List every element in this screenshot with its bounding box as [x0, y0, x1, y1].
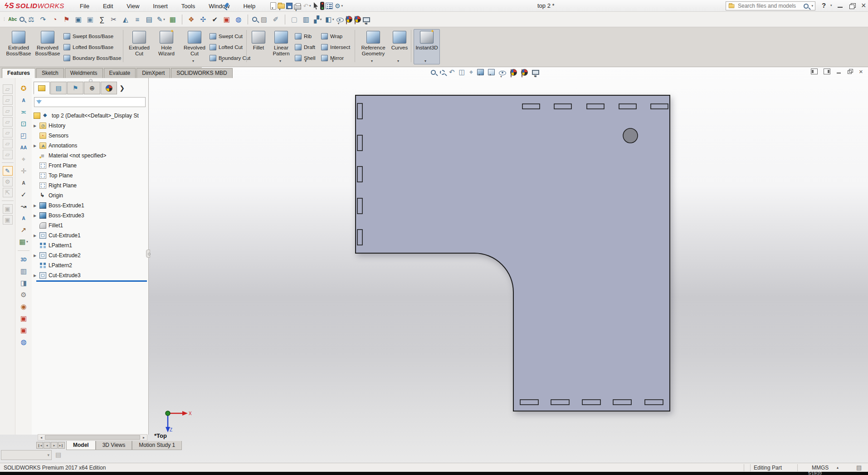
compare-documents-icon[interactable]: ▤ [144, 14, 154, 25]
tree-item-cut-extrude2[interactable]: ▶Cut-Extrude2 [32, 250, 148, 260]
symmetry-check-icon[interactable]: ≡ [132, 14, 142, 25]
dropdown-arrow[interactable] [288, 7, 289, 10]
find-annotation-icon[interactable]: A [18, 178, 29, 188]
rollback-bar[interactable] [36, 280, 147, 282]
select-cursor-icon[interactable] [313, 2, 319, 10]
tree-item-top2[interactable]: top 2 (Default<<Default>_Display St [32, 111, 148, 121]
text-tool-icon[interactable]: A [18, 213, 29, 223]
search-icon[interactable] [804, 4, 809, 9]
menu-view[interactable]: View [127, 3, 139, 10]
expander-icon[interactable]: ▶ [34, 274, 39, 278]
dropdown-arrow[interactable] [523, 73, 525, 76]
balloon-icon[interactable]: ◰ [18, 131, 29, 141]
snapshot-icon[interactable]: ▢ [289, 14, 299, 25]
model-box-icon[interactable]: ◨ [18, 278, 29, 288]
search-input[interactable] [737, 2, 802, 10]
mbd-target-icon[interactable]: ✪ [18, 83, 29, 93]
scroll-right-arrow[interactable]: ▸ [141, 435, 147, 440]
deviation-analysis-icon[interactable]: ✂ [109, 14, 119, 25]
tab-evaluate[interactable]: Evaluate [104, 68, 136, 78]
instant3d-button[interactable]: Instant3D [414, 29, 440, 64]
new-file-icon[interactable] [270, 2, 276, 10]
tab-dimxpert[interactable]: DimXpert [137, 68, 170, 78]
revolved-cut-button[interactable]: Revolved Cut [181, 29, 208, 64]
fillet-button[interactable]: Fillet [249, 29, 268, 64]
tree-item-cut-extrude1[interactable]: ▶Cut-Extrude1 [32, 230, 148, 240]
menu-insert[interactable]: Insert [153, 3, 168, 10]
section-view-icon[interactable]: ◫ [459, 68, 465, 76]
mass-properties-icon[interactable]: ↷ [38, 14, 48, 25]
print-icon[interactable] [294, 5, 301, 10]
tree-item-top-plane[interactable]: Top Plane [32, 171, 148, 181]
tree-item-lpattern2[interactable]: LPattern2 [32, 260, 148, 270]
spline-arrow-icon[interactable]: ↝ [18, 201, 29, 211]
view-thumb-4-icon[interactable]: ▱ [3, 117, 13, 127]
spell-check-icon[interactable]: Abc [8, 14, 18, 25]
boundary-boss-base-button[interactable]: Boundary Boss/Base [63, 54, 121, 63]
draft-button[interactable]: Draft [295, 43, 315, 52]
tree-filter[interactable] [34, 97, 146, 107]
spline-check-icon[interactable]: ✓ [18, 190, 29, 200]
intersect-button[interactable]: Intersect [321, 43, 350, 52]
tree-item-origin[interactable]: Origin [32, 191, 148, 201]
tree-item-boss-extrude3[interactable]: ▶Boss-Extrude3 [32, 211, 148, 220]
pdf-template-icon[interactable]: ▣ [18, 325, 29, 335]
dropdown-arrow[interactable] [163, 18, 165, 21]
annotation-views-icon[interactable]: ⌖ [469, 68, 473, 76]
motion-study-tab[interactable]: Motion Study 1 [132, 441, 182, 450]
extruded-boss-base-button[interactable]: Extruded Boss/Base [5, 29, 33, 64]
equations-icon[interactable]: ∑ [97, 14, 107, 25]
dropdown-arrow[interactable] [26, 240, 28, 244]
displaymanager-tab[interactable] [101, 82, 117, 94]
view-settings-icon[interactable] [532, 70, 539, 75]
status-tag-icon[interactable]: ▤ [856, 464, 862, 471]
tab-solidworks-mbd[interactable]: SOLIDWORKS MBD [171, 68, 232, 78]
auto-dimension-icon[interactable]: ≍ [18, 107, 29, 117]
reference-geometry-button[interactable]: Reference Geometry [358, 29, 388, 64]
expander-icon[interactable]: ▶ [34, 254, 39, 258]
tree-item-cut-extrude3[interactable]: ▶Cut-Extrude3 [32, 270, 148, 280]
menu-file[interactable]: File [80, 3, 89, 10]
geometry-analysis-icon[interactable]: ▣ [85, 14, 95, 25]
filter-input[interactable] [44, 98, 143, 106]
zoom-tool-icon[interactable] [252, 17, 257, 22]
tree-item-sensors[interactable]: Sensors [32, 131, 148, 141]
tree-item-fillet1[interactable]: Fillet1 [32, 220, 148, 230]
pdf-publish-icon[interactable]: ▣ [18, 313, 29, 323]
datum-target-icon[interactable]: ⌖ [18, 154, 29, 164]
collapse-right-pane-icon[interactable] [824, 69, 830, 74]
featuremanager-tab[interactable] [34, 82, 50, 94]
flyout-arrow[interactable]: ▾ [371, 59, 373, 63]
animation-icon[interactable]: ▞ [313, 14, 323, 25]
doc-restore-button[interactable] [848, 69, 853, 74]
help-dropdown-arrow[interactable] [830, 4, 832, 7]
nav-next-button[interactable]: ▸ [51, 442, 58, 449]
check-sketch-icon[interactable]: ✎ [156, 14, 166, 25]
dropdown-arrow[interactable] [332, 18, 334, 21]
dropdown-arrow[interactable] [534, 74, 536, 78]
settings-gear-icon[interactable]: ⚙ [334, 1, 343, 10]
repair-tool-icon[interactable]: ⚙ [3, 177, 13, 186]
view-thumb-2-icon[interactable]: ▱ [3, 95, 13, 105]
viewport-settings-icon[interactable] [363, 17, 370, 22]
dropdown-arrow[interactable] [500, 75, 502, 78]
tree-item-annotations[interactable]: ▶Annotations [32, 141, 148, 151]
general-table-icon[interactable]: ▦ [18, 237, 29, 247]
3d-views-tab[interactable]: 3D Views [96, 441, 132, 450]
view-thumb-5-icon[interactable]: ▱ [3, 128, 13, 137]
flyout-arrow[interactable]: ▾ [279, 59, 281, 63]
hide-show-icon[interactable] [336, 18, 344, 22]
tree-item-history[interactable]: ▶History [32, 121, 148, 131]
save-icon[interactable] [286, 3, 293, 9]
show-tolerance-icon[interactable]: ✛ [18, 166, 29, 176]
layers-icon[interactable]: ▤ [55, 451, 61, 458]
flyout-arrow[interactable]: ▾ [221, 59, 223, 63]
lofted-boss-base-button[interactable]: Lofted Boss/Base [63, 43, 113, 52]
view-thumb-1-icon[interactable]: ▱ [3, 84, 13, 94]
revolved-boss-base-button[interactable]: Revolved Boss/Base [34, 29, 62, 64]
doc-close-button[interactable]: × [859, 69, 863, 74]
curves-button[interactable]: Curves [389, 29, 410, 64]
flyout-arrow[interactable]: ▾ [332, 59, 334, 63]
view-thumb-3-icon[interactable]: ▱ [3, 106, 13, 116]
pin-menu-icon[interactable] [223, 2, 229, 9]
